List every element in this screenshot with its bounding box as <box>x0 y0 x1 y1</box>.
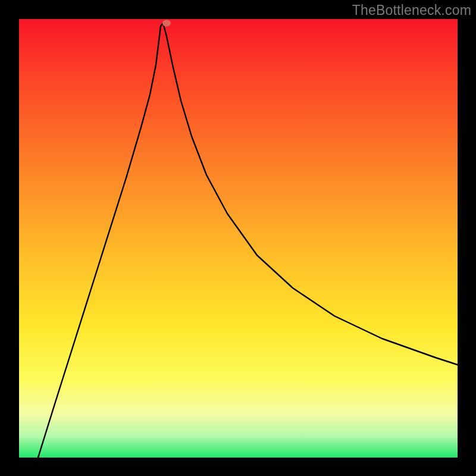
optimum-marker <box>162 20 171 27</box>
watermark-text: TheBottleneck.com <box>352 2 471 18</box>
chart-stage: TheBottleneck.com <box>0 0 476 476</box>
bottleneck-curve <box>19 19 458 458</box>
plot-area <box>19 19 458 458</box>
